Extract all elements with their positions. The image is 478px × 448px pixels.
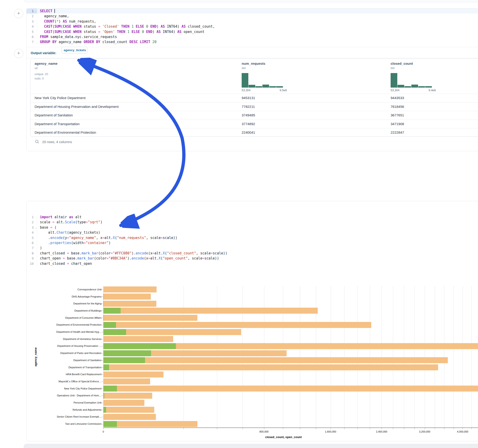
code-line[interactable]: 9chart_open = base.mark_bar(color="#8BC3… bbox=[26, 256, 478, 261]
sql-cell-panel: 1⌄SELECT 2 agency_name,3 COUNT(*) AS num… bbox=[26, 8, 478, 151]
code-text[interactable]: scale = alt.Scale(type="sqrt") bbox=[37, 220, 102, 225]
code-text[interactable]: chart_open = base.mark_bar(color="#8BC34… bbox=[37, 256, 219, 261]
cell-num-requests: 3774892 bbox=[242, 122, 255, 126]
text-cursor bbox=[54, 9, 55, 13]
next-cell-edge bbox=[24, 444, 478, 448]
code-line[interactable]: 7GROUP BY agency_name ORDER BY closed_co… bbox=[26, 39, 478, 44]
cell-num-requests: 7782211 bbox=[242, 105, 255, 109]
code-line[interactable]: 8chart_closed = base.mark_bar(color="#FF… bbox=[26, 251, 478, 256]
code-line[interactable]: 6FROM sample_data.nyc.service_requests bbox=[26, 34, 478, 39]
code-text[interactable]: base = ( bbox=[37, 225, 57, 230]
code-text[interactable]: FROM sample_data.nyc.service_requests bbox=[37, 34, 117, 39]
code-text[interactable]: CAST(SUM(CASE WHEN status = 'Closed' THE… bbox=[37, 24, 215, 29]
line-number: 5 bbox=[26, 235, 37, 240]
histogram-range-labels: 53,3049.4e6 bbox=[391, 89, 436, 92]
line-number: 3⌄ bbox=[26, 225, 37, 230]
column-stat: nulls: 0 bbox=[35, 77, 44, 80]
code-text[interactable]: import altair as alt bbox=[37, 215, 82, 220]
code-text[interactable]: COUNT(*) AS num_requests, bbox=[37, 19, 96, 24]
code-line[interactable]: 5 CAST(SUM(CASE WHEN status = 'Open' THE… bbox=[26, 29, 478, 34]
cell-closed-count: 3677651 bbox=[391, 113, 404, 117]
line-number: 10 bbox=[26, 261, 37, 266]
cell-agency-name: Department of Housing Preservation and D… bbox=[35, 105, 119, 109]
code-line[interactable]: 7) bbox=[26, 245, 478, 250]
code-text[interactable]: ) bbox=[37, 245, 42, 250]
code-text[interactable]: CAST(SUM(CASE WHEN status = 'Open' THEN … bbox=[37, 29, 204, 34]
code-line[interactable]: 1import altair as alt bbox=[26, 215, 478, 220]
column-stat: unique: 20 bbox=[35, 73, 48, 76]
collapse-caret-icon[interactable]: ⌄ bbox=[35, 9, 37, 14]
search-icon[interactable] bbox=[35, 139, 39, 144]
cell-num-requests: 2240041 bbox=[242, 131, 255, 134]
code-line[interactable]: 1⌄SELECT bbox=[26, 8, 478, 14]
code-line[interactable]: 5 .encode(y="agency_name", x=alt.X("num_… bbox=[26, 235, 478, 240]
code-text[interactable]: chart_closed = base.mark_bar(color="#FFC… bbox=[37, 251, 227, 256]
line-number: 6 bbox=[26, 240, 37, 245]
column-histogram bbox=[391, 73, 432, 87]
column-type: str bbox=[35, 66, 38, 70]
code-text[interactable]: alt.Chart(agency_tickets) bbox=[37, 230, 100, 235]
cell-agency-name: Department of Transportation bbox=[35, 122, 80, 126]
cell-agency-name: Department of Sanitation bbox=[35, 113, 73, 117]
line-number: 4 bbox=[26, 24, 37, 29]
histogram-range-labels: 53,3049.5e6 bbox=[242, 89, 287, 92]
table-row-count: 20 rows, 4 columns bbox=[42, 140, 72, 144]
code-line[interactable]: 3⌄base = ( bbox=[26, 225, 478, 230]
line-number: 8 bbox=[26, 251, 37, 256]
code-line[interactable]: 4 CAST(SUM(CASE WHEN status = 'Closed' T… bbox=[26, 24, 478, 29]
cell-num-requests: 3749485 bbox=[242, 113, 255, 117]
cell-closed-count: 9443533 bbox=[391, 96, 404, 100]
code-line[interactable]: 2scale = alt.Scale(type="sqrt") bbox=[26, 220, 478, 225]
cell-closed-count: 2222847 bbox=[391, 131, 404, 134]
line-number: 1 bbox=[26, 215, 37, 220]
line-number: 6 bbox=[26, 34, 37, 39]
line-number: 7 bbox=[26, 39, 37, 44]
column-header-num_requests[interactable]: num_requests bbox=[242, 62, 265, 65]
sql-code-editor[interactable]: 1⌄SELECT 2 agency_name,3 COUNT(*) AS num… bbox=[26, 8, 478, 45]
code-text[interactable]: .encode(y="agency_name", x=alt.X("num_re… bbox=[37, 235, 177, 240]
code-line[interactable]: 2 agency_name, bbox=[26, 14, 478, 19]
code-text[interactable]: GROUP BY agency_name ORDER BY closed_cou… bbox=[37, 39, 157, 44]
code-line[interactable]: 4 alt.Chart(agency_tickets) bbox=[26, 230, 478, 235]
line-number: 4 bbox=[26, 230, 37, 235]
previous-cell-edge bbox=[24, 0, 478, 2]
column-header-closed_count[interactable]: closed_count bbox=[391, 62, 413, 65]
code-line[interactable]: 6 .properties(width="container") bbox=[26, 240, 478, 245]
line-number: 3 bbox=[26, 19, 37, 24]
code-text[interactable]: .properties(width="container") bbox=[37, 240, 111, 245]
python-cell-panel: 1import altair as alt2scale = alt.Scale(… bbox=[26, 201, 478, 441]
column-type: i64 bbox=[391, 66, 395, 70]
line-number: 2 bbox=[26, 220, 37, 225]
result-table: agency_namestrunique: 20nulls: 0num_requ… bbox=[30, 59, 478, 137]
line-number: 7 bbox=[26, 245, 37, 250]
line-number: 9 bbox=[26, 256, 37, 261]
code-text[interactable]: agency_name, bbox=[37, 14, 69, 19]
python-code-editor[interactable]: 1import altair as alt2scale = alt.Scale(… bbox=[26, 215, 478, 266]
column-header-agency_name[interactable]: agency_name bbox=[35, 62, 57, 65]
column-histogram bbox=[242, 73, 283, 87]
cell-agency-name: New York City Police Department bbox=[35, 96, 86, 100]
line-number: 1⌄ bbox=[26, 8, 37, 14]
column-type: i64 bbox=[242, 66, 245, 70]
collapse-caret-icon[interactable]: ⌄ bbox=[35, 225, 37, 230]
cell-num-requests: 9453131 bbox=[242, 96, 255, 100]
cell-closed-count: 3471908 bbox=[391, 122, 404, 126]
add-cell-button-middle[interactable]: + bbox=[14, 49, 23, 58]
code-line[interactable]: 3 COUNT(*) AS num_requests, bbox=[26, 19, 478, 24]
cell-agency-name: Department of Environmental Protection bbox=[35, 131, 96, 134]
cell-closed-count: 7618456 bbox=[391, 105, 404, 109]
add-cell-button-top[interactable]: + bbox=[14, 9, 23, 18]
line-number: 2 bbox=[26, 14, 37, 19]
code-line[interactable]: 10chart_closed + chart_open bbox=[26, 261, 478, 266]
code-text[interactable]: SELECT bbox=[37, 8, 55, 14]
line-number: 5 bbox=[26, 29, 37, 34]
output-variable-pill[interactable]: agency_tickets bbox=[62, 47, 87, 53]
code-text[interactable]: chart_closed + chart_open bbox=[37, 261, 92, 266]
output-variable-label: Output variable: bbox=[31, 51, 56, 55]
